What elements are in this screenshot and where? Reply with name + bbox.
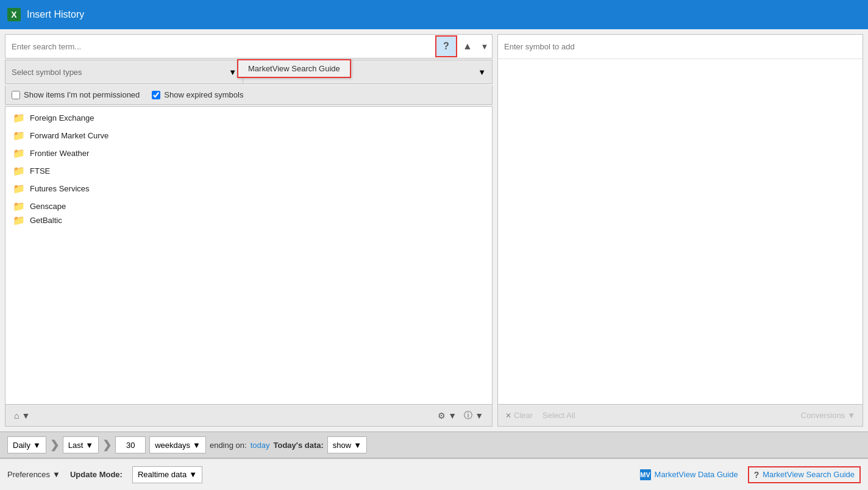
unit-label: weekdays <box>155 441 190 450</box>
expired-symbols-checkbox[interactable] <box>152 91 160 99</box>
right-content <box>498 59 863 404</box>
search-input[interactable] <box>5 42 435 51</box>
question-icon: ? <box>754 470 760 480</box>
show-dropdown[interactable]: show ▼ <box>327 436 367 453</box>
tree-item-label: Genscape <box>30 202 66 211</box>
clear-button[interactable]: ✕ Clear <box>505 411 533 420</box>
unit-dropdown[interactable]: weekdays ▼ <box>149 436 206 453</box>
left-panel: ? ▲ ▼ Select symbol types ▼ MarketView S… <box>5 34 493 427</box>
search-guide-bottom-label: MarketView Search Guide <box>763 470 855 479</box>
show-arrow: ▼ <box>354 441 361 450</box>
list-item[interactable]: 📁 Futures Services <box>5 180 492 197</box>
top-section: ? ▲ ▼ Select symbol types ▼ MarketView S… <box>0 29 868 431</box>
preferences-arrow: ▼ <box>52 470 60 479</box>
show-label: show <box>333 441 351 450</box>
todays-data-label: Today's data: <box>273 441 323 450</box>
list-item[interactable]: 📁 Genscape <box>5 197 492 215</box>
symbol-types-arrow: ▼ <box>229 68 237 77</box>
home-button[interactable]: ⌂ ▼ <box>10 410 34 422</box>
filter-row: Select symbol types ▼ MarketView Search … <box>5 60 493 84</box>
gear-icon: ⚙ <box>438 411 446 421</box>
help-button[interactable]: ? <box>435 35 457 57</box>
not-permissioned-checkbox-item[interactable]: Show items I'm not permissioned <box>12 90 140 99</box>
info-button[interactable]: ⓘ ▼ <box>460 409 487 422</box>
conversions-button[interactable]: Conversions ▼ <box>801 411 855 420</box>
folder-icon: 📁 <box>13 201 25 212</box>
checkboxes-row: Show items I'm not permissioned Show exp… <box>5 85 493 105</box>
exchange-arrow: ▼ <box>478 68 486 77</box>
list-item[interactable]: 📁 FTSE <box>5 162 492 180</box>
tree-item-label: FTSE <box>30 166 50 176</box>
tree-item-label: Futures Services <box>30 184 90 193</box>
preferences-label: Preferences <box>7 470 50 479</box>
x-icon: ✕ <box>505 411 511 420</box>
list-item[interactable]: 📁 Frontier Weather <box>5 144 492 162</box>
settings-button[interactable]: ⚙ ▼ <box>434 410 460 422</box>
not-permissioned-label: Show items I'm not permissioned <box>24 90 140 99</box>
select-all-button[interactable]: Select All <box>542 411 575 420</box>
main-content: ? ▲ ▼ Select symbol types ▼ MarketView S… <box>0 29 868 490</box>
info-icon: ⓘ <box>464 410 472 421</box>
list-item[interactable]: 📁 Foreign Exchange <box>5 109 492 127</box>
folder-icon: 📁 <box>13 112 25 124</box>
not-permissioned-checkbox[interactable] <box>12 91 20 99</box>
tree-list: 📁 Foreign Exchange 📁 Forward Market Curv… <box>5 107 492 404</box>
frequency-label: Daily <box>13 441 30 450</box>
excel-icon: X <box>7 8 21 21</box>
clear-label: Clear <box>514 411 533 420</box>
folder-icon: 📁 <box>13 165 25 177</box>
data-guide-link[interactable]: MV MarketView Data Guide <box>640 469 738 480</box>
arrow-right-2: ❯ <box>102 438 112 452</box>
preferences-button[interactable]: Preferences ▼ <box>7 470 60 479</box>
date-range-bar: Daily ▼ ❯ Last ▼ ❯ weekdays ▼ ending on:… <box>0 431 868 458</box>
folder-icon: 📁 <box>13 215 25 225</box>
expired-symbols-checkbox-item[interactable]: Show expired symbols <box>152 90 243 99</box>
info-arrow: ▼ <box>475 411 483 421</box>
tree-item-label: GetBaltic <box>30 216 62 225</box>
symbol-types-dropdown[interactable]: Select symbol types ▼ <box>5 60 243 83</box>
today-link[interactable]: today <box>251 441 270 450</box>
last-dropdown[interactable]: Last ▼ <box>63 436 99 453</box>
title-bar: X Insert History <box>0 0 868 29</box>
app-title: Insert History <box>27 9 84 20</box>
folder-icon: 📁 <box>13 183 25 194</box>
conversions-label: Conversions <box>801 411 845 420</box>
list-item[interactable]: 📁 Forward Market Curve <box>5 127 492 144</box>
symbol-search-row <box>498 35 863 59</box>
bottom-bar: Preferences ▼ Update Mode: Realtime data… <box>0 458 868 490</box>
search-guide-tooltip: MarketView Search Guide <box>237 59 351 78</box>
settings-arrow: ▼ <box>448 411 457 421</box>
data-guide-label: MarketView Data Guide <box>655 470 738 479</box>
search-guide-bottom-link[interactable]: ? MarketView Search Guide <box>748 466 861 483</box>
quantity-input[interactable] <box>115 436 146 453</box>
home-arrow: ▼ <box>21 411 30 421</box>
arrow-right: ❯ <box>50 438 59 452</box>
filter-dropdown-arrow[interactable]: ▼ <box>477 35 492 57</box>
last-arrow: ▼ <box>85 441 93 450</box>
update-mode-arrow: ▼ <box>189 470 197 479</box>
update-mode-label: Update Mode: <box>70 470 123 479</box>
right-toolbar: ✕ Clear Select All Conversions ▼ <box>498 404 863 426</box>
symbol-search-input[interactable] <box>504 42 856 51</box>
search-row: ? ▲ ▼ <box>5 34 493 59</box>
filter-icon[interactable]: ▲ <box>458 35 477 57</box>
ending-on-label: ending on: <box>210 441 247 450</box>
data-guide-icon: MV <box>640 469 651 480</box>
tree-toolbar: ⌂ ▼ ⚙ ▼ ⓘ ▼ <box>5 405 493 427</box>
frequency-arrow: ▼ <box>33 441 41 450</box>
expired-symbols-label: Show expired symbols <box>164 90 243 99</box>
realtime-label: Realtime data <box>138 470 187 479</box>
update-mode-dropdown[interactable]: Realtime data ▼ <box>132 466 202 483</box>
frequency-dropdown[interactable]: Daily ▼ <box>7 436 46 453</box>
right-panel: ✕ Clear Select All Conversions ▼ <box>497 34 863 427</box>
conversions-arrow: ▼ <box>847 411 855 420</box>
tree-item-label: Forward Market Curve <box>30 131 108 140</box>
select-all-label: Select All <box>542 411 575 420</box>
tree-item-label: Foreign Exchange <box>30 113 94 122</box>
folder-icon: 📁 <box>13 147 25 159</box>
home-icon: ⌂ <box>14 411 19 421</box>
folder-icon: 📁 <box>13 130 25 141</box>
tree-panel: 📁 Foreign Exchange 📁 Forward Market Curv… <box>5 106 493 405</box>
list-item[interactable]: 📁 GetBaltic <box>5 215 492 225</box>
last-label: Last <box>68 441 84 450</box>
